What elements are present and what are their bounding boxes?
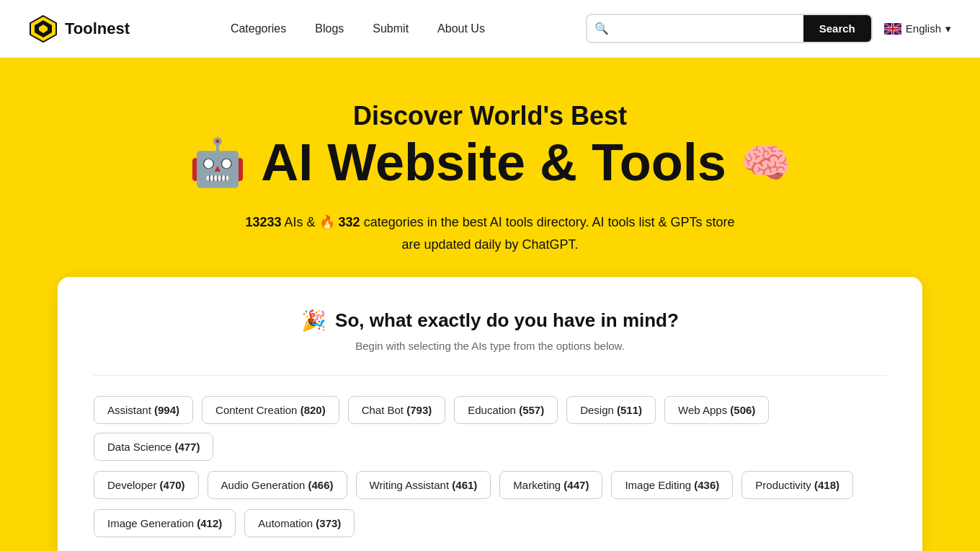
tag-button[interactable]: Productivity (418) [741,471,853,499]
search-icon: 🔍 [587,22,616,35]
hero-stats-mid: AIs & 🔥 [285,215,339,229]
card-subtext: Begin with selecting the AIs type from t… [94,340,886,352]
hero-robot-emoji: 🤖 [189,136,246,190]
hero-main-title: AI Website & Tools [261,134,726,191]
hero-stats: 13233 AIs & 🔥 332 categories in the best… [238,211,742,255]
card-heading-text: So, what exactly do you have in mind? [335,309,679,332]
hero-stats-count: 13233 [245,215,281,229]
search-form: 🔍 Search [586,14,873,43]
tag-button[interactable]: Education (557) [454,396,558,424]
hero-title-row: 🤖 AI Website & Tools 🧠 [29,134,951,191]
card-heading: 🎉 So, what exactly do you have in mind? [94,309,886,332]
logo-icon [29,14,58,43]
nav-right: 🔍 Search English ▾ [586,14,951,43]
language-arrow: ▾ [945,22,951,35]
search-input[interactable] [616,15,803,42]
tag-button[interactable]: Audio Generation (466) [208,471,347,499]
tags-row-1: Assistant (994)Content Creation (820)Cha… [94,396,886,461]
tag-button[interactable]: Writing Assistant (461) [356,471,491,499]
tag-button[interactable]: Data Science (477) [94,433,213,461]
logo-text: Toolnest [65,19,130,38]
tag-button[interactable]: Image Generation (412) [94,509,236,537]
tag-button[interactable]: Chat Bot (793) [348,396,446,424]
language-label: English [906,22,941,35]
hero-stats-rest: categories in the best AI tools director… [364,215,735,252]
navbar: Toolnest Categories Blogs Submit About U… [0,0,980,58]
nav-blogs[interactable]: Blogs [315,22,344,35]
nav-submit[interactable]: Submit [373,22,409,35]
tag-button[interactable]: Automation (373) [244,509,355,537]
hero-ai-emoji: 🧠 [741,139,791,187]
flag-uk-icon [884,23,901,35]
search-button[interactable]: Search [803,15,871,42]
tag-button[interactable]: Design (511) [566,396,656,424]
language-selector[interactable]: English ▾ [884,22,951,35]
tag-button[interactable]: Image Editing (436) [611,471,733,499]
selection-card: 🎉 So, what exactly do you have in mind? … [58,277,922,551]
hero-discover: Discover World's Best [29,101,951,131]
tag-button[interactable]: Content Creation (820) [202,396,339,424]
card-heading-emoji: 🎉 [301,309,326,332]
tags-row-2: Developer (470)Audio Generation (466)Wri… [94,471,886,499]
logo-link[interactable]: Toolnest [29,14,130,43]
tag-button[interactable]: Marketing (447) [499,471,602,499]
tag-button[interactable]: Developer (470) [94,471,199,499]
tag-button[interactable]: Web Apps (506) [664,396,769,424]
tag-divider [94,375,886,376]
hero-section: Discover World's Best 🤖 AI Website & Too… [0,58,980,551]
hero-stats-categories: 332 [339,215,360,229]
nav-about-us[interactable]: About Us [437,22,485,35]
tag-button[interactable]: Assistant (994) [94,396,193,424]
nav-categories[interactable]: Categories [231,22,286,35]
nav-links: Categories Blogs Submit About Us [231,22,485,35]
tags-row-3: Image Generation (412)Automation (373) [94,509,886,537]
